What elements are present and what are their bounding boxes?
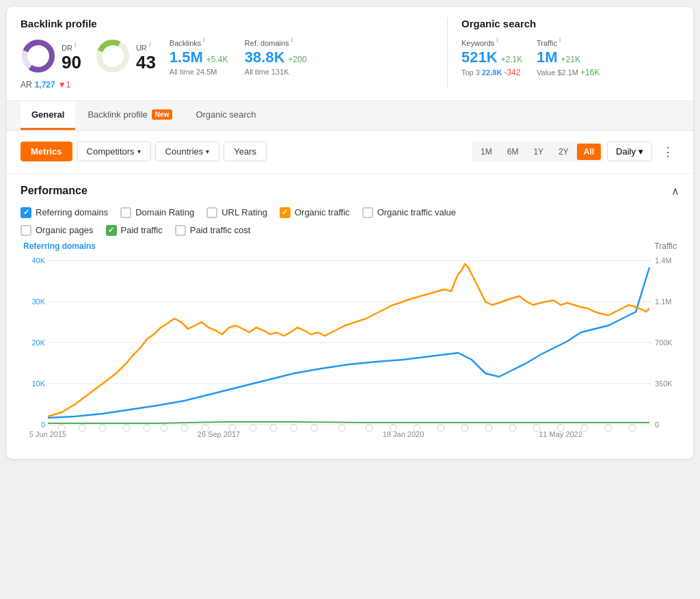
svg-text:1.4M: 1.4M [655, 256, 671, 265]
dr-info-icon[interactable]: i [75, 41, 76, 49]
competitors-arrow: ▾ [137, 148, 141, 155]
time-1m[interactable]: 1M [474, 144, 499, 160]
chart-header: Referring domains Traffic [21, 241, 679, 251]
svg-point-35 [311, 425, 318, 431]
metric-domain-rating[interactable]: Domain Rating [120, 207, 194, 218]
tab-backlink-profile[interactable]: Backlink profile New [77, 101, 183, 130]
svg-text:0: 0 [41, 421, 45, 429]
metric-label-organic-pages: Organic pages [36, 225, 94, 235]
filter-bar: Metrics Competitors ▾ Countries ▾ Years … [7, 131, 693, 174]
svg-point-43 [509, 425, 516, 431]
backlink-profile-title: Backlink profile [21, 18, 447, 29]
metrics-row-1: ✓ Referring domains Domain Rating URL Ra… [21, 207, 679, 218]
competitors-button[interactable]: Competitors ▾ [77, 142, 151, 161]
svg-point-41 [461, 425, 468, 431]
time-all[interactable]: All [577, 144, 601, 160]
ur-label: UR i [136, 41, 156, 52]
time-6m[interactable]: 6M [500, 144, 526, 160]
metric-label-paid-traffic: Paid traffic [121, 225, 163, 235]
backlinks-sub: All time 24.5M [170, 68, 231, 76]
metric-paid-traffic-cost[interactable]: Paid traffic cost [175, 225, 251, 236]
tab-general[interactable]: General [21, 101, 75, 130]
svg-point-40 [438, 425, 444, 431]
svg-point-26 [123, 425, 130, 431]
checkbox-paid-traffic[interactable]: ✓ [106, 225, 117, 236]
metric-organic-traffic-value[interactable]: Organic traffic value [362, 207, 456, 218]
keywords-sub: Top 3 22.8K -342 [461, 68, 523, 77]
metric-label-referring-domains: Referring domains [36, 207, 108, 217]
svg-point-37 [366, 425, 373, 431]
svg-text:10K: 10K [31, 380, 45, 388]
traffic-label: Traffic i [537, 36, 600, 47]
years-button[interactable]: Years [224, 142, 267, 161]
checkbox-organic-pages[interactable] [21, 225, 31, 236]
metric-referring-domains[interactable]: ✓ Referring domains [21, 207, 108, 218]
svg-text:350K: 350K [655, 380, 673, 388]
time-2y[interactable]: 2Y [552, 144, 576, 160]
metric-label-organic-traffic: Organic traffic [295, 207, 350, 217]
ref-domains-info-icon[interactable]: i [291, 36, 293, 44]
paid-traffic-line [48, 422, 649, 423]
metric-label-url-rating: URL Rating [221, 207, 267, 217]
svg-point-46 [581, 425, 588, 431]
svg-point-47 [605, 425, 612, 431]
svg-text:40K: 40K [31, 256, 45, 265]
traffic-info-icon[interactable]: i [559, 36, 561, 44]
metric-label-domain-rating: Domain Rating [135, 207, 194, 217]
more-options-button[interactable]: ⋮ [656, 140, 679, 163]
tabs-bar: General Backlink profile New Organic sea… [7, 101, 693, 131]
keywords-delta: +2.1K [501, 55, 523, 64]
time-1y[interactable]: 1Y [526, 144, 550, 160]
checkbox-referring-domains[interactable]: ✓ [21, 207, 31, 218]
ref-domains-delta: +200 [288, 55, 307, 64]
keywords-label: Keywords i [461, 36, 523, 47]
backlinks-label: Backlinks i [170, 36, 231, 47]
ar-row: AR 1,727 ▼1 [21, 80, 447, 90]
svg-point-27 [144, 425, 150, 431]
organic-search-title: Organic search [461, 18, 679, 29]
daily-button[interactable]: Daily ▾ [607, 142, 652, 161]
svg-point-34 [291, 425, 297, 431]
performance-title: Performance [21, 185, 88, 197]
metrics-button[interactable]: Metrics [21, 142, 72, 161]
dr-donut [21, 38, 56, 74]
ur-value: 43 [136, 53, 156, 71]
keywords-info-icon[interactable]: i [496, 36, 498, 44]
metric-organic-pages[interactable]: Organic pages [21, 225, 94, 236]
metrics-row-2: Organic pages ✓ Paid traffic Paid traffi… [21, 225, 679, 236]
metric-paid-traffic[interactable]: ✓ Paid traffic [106, 225, 163, 236]
checkbox-paid-traffic-cost[interactable] [175, 225, 186, 236]
svg-point-33 [270, 425, 277, 431]
ur-donut [95, 38, 131, 74]
organic-traffic-line [48, 264, 649, 416]
performance-section: Performance ∧ ✓ Referring domains Domain… [7, 174, 693, 236]
svg-point-42 [485, 425, 492, 431]
checkbox-url-rating[interactable] [206, 207, 217, 218]
traffic-value: 1M [537, 49, 558, 66]
backlinks-info-icon[interactable]: i [203, 36, 204, 44]
backlinks-value: 1.5M [170, 49, 203, 66]
svg-point-29 [181, 425, 188, 431]
svg-point-44 [533, 425, 540, 431]
ar-value: 1,727 [35, 80, 55, 90]
dr-label: DR i [62, 41, 81, 52]
tab-organic-search[interactable]: Organic search [185, 101, 267, 130]
checkbox-domain-rating[interactable] [120, 207, 131, 218]
metric-url-rating[interactable]: URL Rating [206, 207, 267, 218]
svg-point-25 [99, 425, 106, 431]
backlinks-delta: +5.4K [206, 55, 228, 64]
checkbox-organic-traffic[interactable]: ✓ [280, 207, 291, 218]
checkbox-organic-traffic-value[interactable] [362, 207, 373, 218]
ur-info-icon[interactable]: i [149, 41, 150, 49]
ref-domains-value: 38.8K [245, 49, 285, 66]
collapse-button[interactable]: ∧ [671, 185, 679, 198]
left-axis-label: Referring domains [23, 241, 96, 251]
metric-organic-traffic[interactable]: ✓ Organic traffic [280, 207, 350, 218]
svg-point-48 [629, 425, 636, 431]
countries-arrow: ▾ [206, 148, 209, 155]
countries-button[interactable]: Countries ▾ [155, 142, 220, 161]
new-badge: New [152, 109, 173, 120]
svg-text:0: 0 [655, 421, 659, 429]
traffic-sub: Value $2.1M +16K [537, 68, 600, 77]
svg-text:30K: 30K [31, 297, 45, 306]
